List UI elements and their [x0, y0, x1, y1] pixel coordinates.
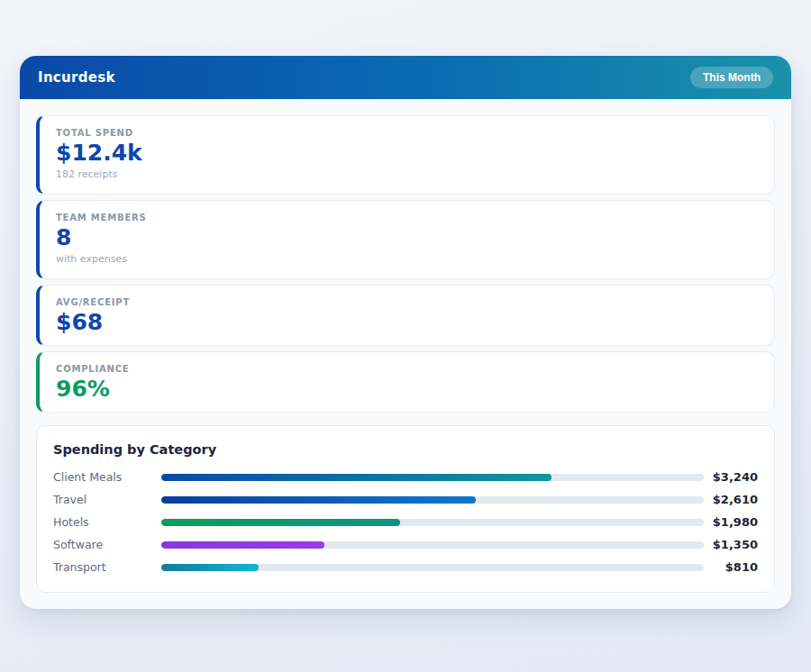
bar-fill: [161, 496, 476, 504]
category-label: Software: [53, 538, 161, 551]
bar-fill: [161, 541, 324, 549]
category-label: Client Meals: [53, 470, 161, 484]
chart-rows: Client Meals $3,240 Travel $2,610 Hotels: [53, 466, 758, 578]
chart-row-travel: Travel $2,610: [53, 488, 758, 511]
bar-fill: [161, 519, 400, 526]
bar-track: [161, 564, 704, 571]
app-title: Incurdesk: [38, 69, 115, 86]
bar-value: $1,980: [711, 515, 758, 529]
bar-value: $3,240: [711, 470, 758, 484]
category-label: Transport: [53, 560, 161, 574]
bar-fill: [161, 474, 551, 481]
bar-value: $810: [711, 560, 758, 574]
chart-row-hotels: Hotels $1,980: [53, 511, 758, 533]
bar-track: [161, 496, 704, 504]
stat-value: $68: [56, 310, 758, 336]
spending-by-category-chart: Spending by Category Client Meals $3,240…: [36, 425, 775, 593]
app-header: Incurdesk This Month: [20, 56, 791, 99]
chart-title: Spending by Category: [53, 442, 758, 457]
stat-card-total-spend: TOTAL SPEND $12.4k 182 receipts: [36, 115, 775, 195]
bar-value: $1,350: [711, 538, 758, 551]
bar-value: $2,610: [711, 493, 758, 506]
bar-track: [161, 541, 704, 549]
chart-row-transport: Transport $810: [53, 556, 758, 578]
bar-track: [161, 474, 704, 481]
stat-value: 8: [56, 225, 758, 251]
chart-row-client-meals: Client Meals $3,240: [53, 466, 758, 488]
stat-value: $12.4k: [56, 141, 758, 167]
dashboard-card: Incurdesk This Month TOTAL SPEND $12.4k …: [20, 56, 791, 609]
stat-card-team-members: TEAM MEMBERS 8 with expenses: [36, 200, 775, 279]
bar-track: [161, 519, 704, 526]
stat-card-avg-receipt: AVG/RECEIPT $68: [36, 285, 775, 346]
stat-subtext: 182 receipts: [56, 168, 758, 180]
dashboard-content: TOTAL SPEND $12.4k 182 receipts TEAM MEM…: [20, 99, 791, 609]
stat-label: TEAM MEMBERS: [56, 213, 758, 222]
period-badge[interactable]: This Month: [690, 67, 773, 88]
stat-label: TOTAL SPEND: [56, 128, 758, 138]
stat-label: AVG/RECEIPT: [56, 297, 758, 307]
chart-row-software: Software $1,350: [53, 533, 758, 556]
bar-fill: [161, 564, 259, 571]
stat-card-compliance: COMPLIANCE 96%: [36, 351, 775, 413]
category-label: Travel: [53, 493, 161, 506]
stat-subtext: with expenses: [56, 253, 758, 265]
category-label: Hotels: [53, 515, 161, 529]
stat-label: COMPLIANCE: [56, 364, 758, 374]
stat-value: 96%: [56, 377, 758, 403]
